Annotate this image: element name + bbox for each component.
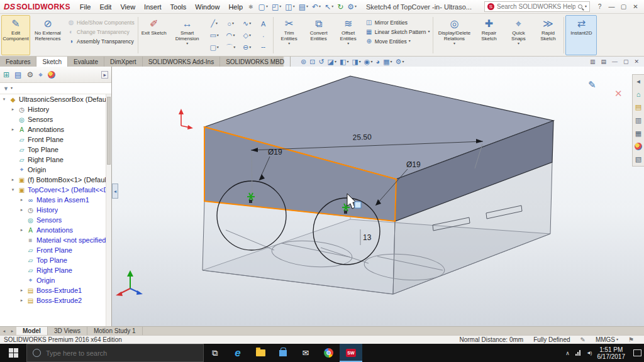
line-tool[interactable]: ╱▾ <box>206 18 223 30</box>
menu-view[interactable]: View <box>116 1 140 13</box>
dropdown-icon[interactable]: ▾ <box>217 33 219 38</box>
rectangle-tool[interactable]: ▭▾ <box>206 30 223 41</box>
tree-item-origin[interactable]: ⌖Origin <box>0 165 106 175</box>
quick-snaps-button[interactable]: ⌖ Quick Snaps ▾ <box>504 15 533 55</box>
tree-filter-bar[interactable]: ▼ ▾ <box>0 83 111 94</box>
task-view-button[interactable]: ⧉ <box>204 344 226 362</box>
tab-solidworks-mbd[interactable]: SOLIDWORKS MBD <box>220 57 291 67</box>
minimize-button[interactable]: — <box>606 3 618 10</box>
chrome-taskbar-button[interactable] <box>317 344 340 362</box>
custom-properties-icon[interactable]: ▧ <box>635 155 641 163</box>
dropdown-icon[interactable]: ▾ <box>249 33 251 38</box>
dropdown-icon[interactable]: ▾ <box>402 60 404 64</box>
display-style-button[interactable]: ◨▾ <box>352 58 360 66</box>
menu-help[interactable]: Help <box>224 1 247 13</box>
tab-evaluate[interactable]: Evaluate <box>68 57 104 67</box>
dropdown-icon[interactable]: ▾ <box>279 4 281 9</box>
action-center-icon[interactable] <box>633 349 641 356</box>
dimxpert-manager-tab-icon[interactable]: ⌖ <box>38 70 43 79</box>
zoom-area-button[interactable]: ⊡ <box>309 58 315 66</box>
offset-entities-button[interactable]: ≋ Offset Entities ▾ <box>334 15 363 55</box>
expand-arrow-icon[interactable]: ▸ <box>10 127 16 132</box>
tree-item-sensors2[interactable]: ◎Sensors <box>0 215 106 225</box>
panel-splitter-handle[interactable]: ◂ <box>112 184 118 199</box>
taskbar-search[interactable] <box>26 344 204 362</box>
collapse-pane-icon[interactable]: ◂ <box>636 77 640 85</box>
help-button[interactable]: ? <box>594 3 606 10</box>
expand-arrow-icon[interactable]: ▸ <box>19 207 25 212</box>
tree-item-annotations[interactable]: ▸AAnnotations <box>0 124 106 134</box>
dropdown-icon[interactable]: ▾ <box>335 60 336 64</box>
display-manager-tab-icon[interactable] <box>48 71 55 79</box>
dropdown-icon[interactable]: ▾ <box>249 21 251 26</box>
menu-pin-icon[interactable]: ✱ <box>248 4 253 10</box>
zoom-fit-button[interactable]: ⊚ <box>301 58 306 66</box>
view-palette-icon[interactable]: ▦ <box>635 129 641 138</box>
dropdown-icon[interactable]: ▾ <box>306 4 308 9</box>
dropdown-icon[interactable]: ▾ <box>186 41 188 46</box>
hide-show-components-button[interactable]: ◍ Hide/Show Components <box>65 18 136 26</box>
menu-file[interactable]: File <box>75 1 96 13</box>
expand-arrow-icon[interactable]: ▸ <box>19 197 25 202</box>
cascade-windows-icon[interactable]: ▥ <box>590 58 596 65</box>
tab-motion-study-1[interactable]: Motion Study 1 <box>87 327 143 335</box>
unit-system-selector[interactable]: MMGS ▾ <box>596 336 618 343</box>
expand-arrow-icon[interactable]: ▸ <box>19 298 25 303</box>
doc-minimize-button[interactable]: — <box>612 58 618 65</box>
mail-taskbar-button[interactable]: ✉ <box>294 344 317 362</box>
change-transparency-button[interactable]: ◐ Change Transparency <box>65 28 136 36</box>
solidworks-taskbar-button[interactable]: SW <box>340 344 362 362</box>
dropdown-icon[interactable]: ▾ <box>233 33 235 38</box>
tree-item-boss-extrude2[interactable]: ▸▤Boss-Extrude2 <box>0 295 106 305</box>
dropdown-icon[interactable]: ▾ <box>249 45 251 50</box>
display-delete-relations-button[interactable]: ◎ Display/Delete Relations ▾ <box>435 15 474 55</box>
point-tool[interactable]: ∙ <box>255 30 272 41</box>
new-document-button[interactable]: ▢▾ <box>257 3 270 11</box>
circle-tool[interactable]: ○▾ <box>223 18 239 30</box>
dropdown-icon[interactable]: ▾ <box>331 4 333 9</box>
save-button[interactable]: ◫▾ <box>283 3 296 11</box>
store-taskbar-button[interactable] <box>272 344 294 362</box>
tree-item-sensors[interactable]: ◎Sensors <box>0 114 106 124</box>
help-search-box[interactable]: S ▾ <box>484 1 590 12</box>
tree-item-assembly[interactable]: ▾◆UltrasonicSensorBox (Default<Displa <box>0 94 106 104</box>
network-icon[interactable] <box>575 350 580 356</box>
dropdown-icon[interactable]: ▾ <box>293 4 295 9</box>
tree-item-mates[interactable]: ▸∞Mates in Assem1 <box>0 195 106 205</box>
rapid-sketch-button[interactable]: ≫ Rapid Sketch <box>533 15 562 55</box>
convert-entities-button[interactable]: ⧉ Convert Entities <box>304 15 333 55</box>
expand-arrow-icon[interactable]: ▾ <box>1 97 7 102</box>
dropdown-icon[interactable]: ▾ <box>391 60 392 64</box>
tree-item-front-plane[interactable]: ▱Front Plane <box>0 134 106 145</box>
edit-appearance-button[interactable]: ◕ <box>375 58 380 65</box>
expand-arrow-icon[interactable]: ▸ <box>19 288 25 293</box>
doc-close-button[interactable]: ✕ <box>634 58 639 65</box>
tab-3d-views[interactable]: 3D Views <box>48 327 87 335</box>
slot-tool[interactable]: ▢▾ <box>206 41 223 53</box>
feature-manager-tab-icon[interactable]: ⊞ <box>3 70 9 79</box>
edge-taskbar-button[interactable]: e <box>226 344 249 362</box>
dropdown-icon[interactable]: ▾ <box>319 4 321 9</box>
model-canvas[interactable]: 25.50 Ø19 Ø19 13 <box>112 67 644 326</box>
open-button[interactable]: ◰▾ <box>270 3 283 11</box>
dropdown-icon[interactable]: ▾ <box>370 60 372 64</box>
view-orientation-button[interactable]: ◧▾ <box>340 58 348 66</box>
hidden-icons-chevron-icon[interactable]: ∧ <box>565 350 570 356</box>
repair-sketch-button[interactable]: ✚ Repair Sketch <box>474 15 503 55</box>
tree-item-right-plane2[interactable]: ▱Right Plane <box>0 265 106 275</box>
dropdown-icon[interactable]: ▾ <box>217 45 219 50</box>
tree-item-history2[interactable]: ▸◷History <box>0 205 106 215</box>
trim-entities-button[interactable]: ✂ Trim Entities ▾ <box>275 15 304 55</box>
polygon-tool[interactable]: ◇▾ <box>239 30 255 41</box>
panel-expand-chevron-icon[interactable]: ▸ <box>101 71 108 79</box>
select-button[interactable]: ↖▾ <box>323 3 335 11</box>
search-dropdown-icon[interactable]: ▾ <box>585 4 587 9</box>
dropdown-icon[interactable]: ▾ <box>347 60 348 64</box>
tree-item-bottombox[interactable]: ▸▣(f) BottomBox<1> (Default<<Def <box>0 175 106 185</box>
tab-dimxpert[interactable]: DimXpert <box>104 57 143 67</box>
expand-arrow-icon[interactable]: ▸ <box>19 228 25 233</box>
configuration-manager-tab-icon[interactable]: ⚙ <box>26 70 33 79</box>
home-icon[interactable]: ⌂ <box>636 90 641 98</box>
tag-icon[interactable]: ⚑ <box>628 336 634 343</box>
tree-scrollbar[interactable] <box>106 94 111 326</box>
